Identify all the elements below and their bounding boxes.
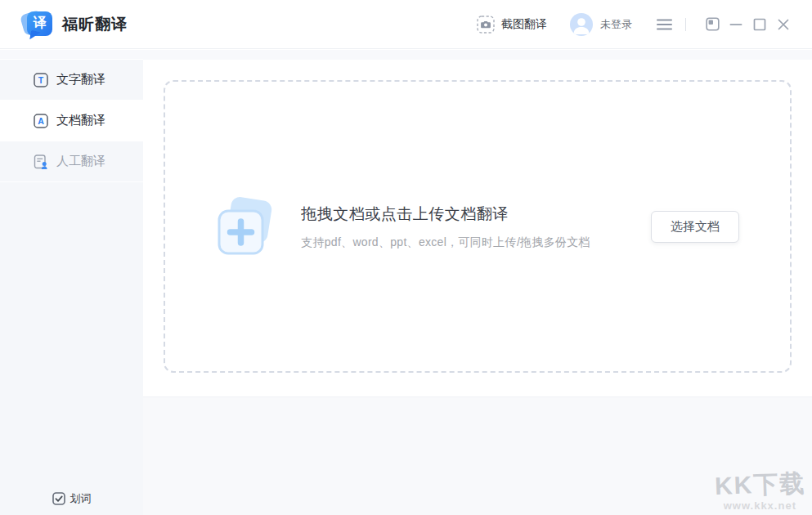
main-top-strip (143, 50, 812, 60)
sidebar-top-strip (0, 50, 143, 60)
login-status-label: 未登录 (600, 17, 632, 32)
logo-character: 译 (34, 15, 47, 32)
dropzone-content: 拖拽文档或点击上传文档翻译 支持pdf、word、ppt、excel，可同时上传… (216, 195, 739, 258)
minimize-icon (729, 18, 742, 31)
dropzone-title: 拖拽文档或点击上传文档翻译 (301, 204, 590, 225)
avatar (570, 13, 593, 36)
close-button[interactable] (773, 14, 794, 35)
menu-button[interactable] (657, 19, 672, 30)
app-title: 福昕翻译 (62, 14, 128, 35)
document-translate-icon: A (34, 114, 48, 128)
word-select-label: 划词 (70, 491, 92, 506)
text-translate-icon: T (34, 73, 48, 87)
sidebar: T 文字翻译 A 文档翻译 人工翻译 (0, 50, 143, 515)
screenshot-translate-button[interactable]: 截图翻译 (477, 16, 547, 34)
dropzone-text: 拖拽文档或点击上传文档翻译 支持pdf、word、ppt、excel，可同时上传… (301, 204, 590, 250)
upload-dropzone[interactable]: 拖拽文档或点击上传文档翻译 支持pdf、word、ppt、excel，可同时上传… (164, 80, 792, 373)
sidebar-item-label: 人工翻译 (56, 154, 105, 169)
camera-icon (477, 16, 495, 34)
header-divider (685, 18, 686, 31)
restore-icon (706, 17, 720, 31)
main-panel: 拖拽文档或点击上传文档翻译 支持pdf、word、ppt、excel，可同时上传… (143, 50, 812, 515)
hamburger-icon (657, 19, 672, 30)
header-actions: 截图翻译 未登录 (477, 13, 794, 36)
title-bar: 译 福昕翻译 截图翻译 (0, 0, 812, 49)
maximize-icon (753, 18, 766, 31)
dropzone-subtitle: 支持pdf、word、ppt、excel，可同时上传/拖拽多份文档 (301, 235, 590, 250)
folder-plus-icon (216, 195, 275, 258)
sidebar-item-human-translate[interactable]: 人工翻译 (0, 141, 143, 182)
word-select-toggle[interactable]: 划词 (0, 491, 143, 506)
checkbox-checked-icon (52, 492, 65, 505)
close-icon (777, 18, 790, 31)
logo-bubble-icon: 译 (27, 11, 52, 36)
human-translate-icon (34, 154, 48, 169)
maximize-button[interactable] (749, 14, 770, 35)
restore-button[interactable] (702, 14, 723, 35)
app-window: 译 福昕翻译 截图翻译 (0, 0, 812, 515)
choose-document-button[interactable]: 选择文档 (651, 211, 739, 243)
app-logo: 译 (21, 8, 54, 41)
sidebar-item-text-translate[interactable]: T 文字翻译 (0, 60, 143, 101)
sidebar-item-label: 文档翻译 (56, 113, 105, 128)
content-area: T 文字翻译 A 文档翻译 人工翻译 (0, 50, 812, 515)
main-bottom-region (143, 396, 812, 515)
svg-text:T: T (38, 75, 44, 85)
login-button[interactable]: 未登录 (570, 13, 632, 36)
screenshot-translate-label: 截图翻译 (501, 17, 547, 32)
svg-text:A: A (38, 116, 44, 126)
sidebar-item-label: 文字翻译 (56, 72, 105, 87)
minimize-button[interactable] (725, 14, 747, 35)
sidebar-item-document-translate[interactable]: A 文档翻译 (0, 101, 143, 141)
